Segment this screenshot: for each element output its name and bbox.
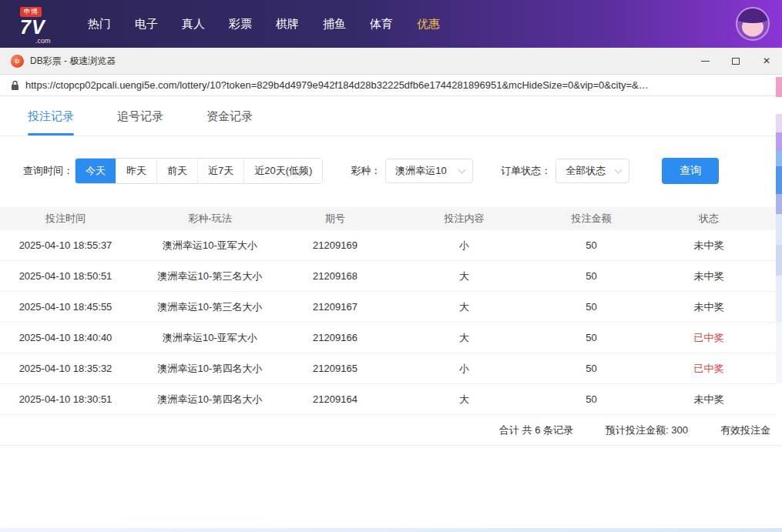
status-filter-label: 订单状态： bbox=[501, 164, 551, 178]
cell-play: 澳洲幸运10-第三名大小 bbox=[131, 269, 289, 283]
user-avatar[interactable] bbox=[736, 7, 770, 41]
cell-status: 未中奖 bbox=[636, 393, 782, 407]
tab-fund-records[interactable]: 资金记录 bbox=[206, 109, 253, 136]
cell-time: 2025-04-10 18:45:55 bbox=[0, 301, 131, 313]
col-header-content: 投注内容 bbox=[381, 212, 547, 226]
browser-titlebar: D DB彩票 - 极速浏览器 ✕ bbox=[0, 48, 782, 75]
order-status-select[interactable]: 全部状态 bbox=[555, 159, 629, 183]
time-option-last20days[interactable]: 近20天(低频) bbox=[244, 159, 322, 183]
cell-amount: 50 bbox=[547, 393, 636, 405]
table-row: 2025-04-10 18:30:51 澳洲幸运10-第四名大小 2120916… bbox=[0, 384, 782, 415]
summary-total: 合计 共 6 条记录 bbox=[499, 423, 573, 437]
bet-records-table: 投注时间 彩种-玩法 期号 投注内容 投注金额 状态 2025-04-10 18… bbox=[0, 207, 782, 415]
cell-time: 2025-04-10 18:55:37 bbox=[0, 239, 131, 251]
cell-issue: 21209164 bbox=[289, 393, 381, 405]
cell-issue: 21209166 bbox=[289, 332, 381, 343]
time-filter-label: 查询时间： bbox=[23, 164, 73, 178]
col-header-status: 状态 bbox=[636, 212, 782, 226]
nav-item-cards[interactable]: 棋牌 bbox=[276, 17, 299, 32]
cell-content: 大 bbox=[381, 393, 547, 407]
table-row: 2025-04-10 18:50:51 澳洲幸运10-第三名大小 2120916… bbox=[0, 261, 782, 292]
avatar-hair-icon bbox=[736, 7, 770, 23]
cell-status: 未中奖 bbox=[636, 269, 782, 283]
cell-play: 澳洲幸运10-亚军大小 bbox=[131, 239, 289, 253]
nav-item-fishing[interactable]: 捕鱼 bbox=[323, 17, 346, 32]
cell-status: 未中奖 bbox=[636, 239, 782, 253]
time-option-yesterday[interactable]: 昨天 bbox=[116, 159, 157, 183]
cell-play: 澳洲幸运10-第四名大小 bbox=[131, 393, 289, 407]
chevron-down-icon bbox=[615, 166, 623, 174]
nav-item-sports[interactable]: 体育 bbox=[370, 17, 393, 32]
cell-play: 澳洲幸运10-亚军大小 bbox=[131, 331, 289, 345]
cell-time: 2025-04-10 18:40:40 bbox=[0, 332, 131, 343]
cell-issue: 21209168 bbox=[289, 270, 381, 282]
lottery-select[interactable]: 澳洲幸运10 bbox=[385, 159, 473, 183]
nav-item-hot[interactable]: 热门 bbox=[88, 17, 111, 32]
time-option-last7days[interactable]: 近7天 bbox=[198, 159, 244, 183]
summary-expected: 预计投注金额: 300 bbox=[606, 423, 688, 437]
nav-item-live[interactable]: 真人 bbox=[182, 17, 205, 32]
summary-bar: 合计 共 6 条记录 预计投注金额: 300 有效投注金 bbox=[0, 415, 782, 446]
site-nav: 热门 电子 真人 彩票 棋牌 捕鱼 体育 优惠 bbox=[88, 17, 440, 32]
nav-item-lottery[interactable]: 彩票 bbox=[229, 17, 252, 32]
maximize-button[interactable] bbox=[720, 48, 751, 74]
cell-play: 澳洲幸运10-第四名大小 bbox=[131, 362, 289, 376]
time-option-today[interactable]: 今天 bbox=[76, 159, 116, 183]
nav-item-promo[interactable]: 优惠 bbox=[417, 17, 440, 32]
minimize-button[interactable] bbox=[690, 48, 720, 74]
cell-amount: 50 bbox=[547, 363, 636, 374]
logo-badge: 申博 bbox=[20, 7, 42, 17]
table-row: 2025-04-10 18:55:37 澳洲幸运10-亚军大小 21209169… bbox=[0, 230, 782, 261]
table-row: 2025-04-10 18:35:32 澳洲幸运10-第四名大小 2120916… bbox=[0, 353, 782, 384]
url-text[interactable]: https://ctopcp02pcali.uengi5e.com/lotter… bbox=[25, 79, 649, 91]
window-title: DB彩票 - 极速浏览器 bbox=[30, 55, 116, 68]
cell-issue: 21209169 bbox=[289, 239, 381, 251]
cell-status: 已中奖 bbox=[636, 362, 782, 376]
cell-content: 大 bbox=[381, 269, 547, 283]
table-row: 2025-04-10 18:40:40 澳洲幸运10-亚军大小 21209166… bbox=[0, 323, 782, 353]
record-tabs: 投注记录 追号记录 资金记录 bbox=[0, 96, 782, 136]
cell-time: 2025-04-10 18:35:32 bbox=[0, 363, 131, 374]
cell-content: 大 bbox=[381, 331, 547, 345]
logo-sub: .com bbox=[35, 38, 69, 45]
site-topbar: 申博 7V .com 热门 电子 真人 彩票 棋牌 捕鱼 体育 优惠 bbox=[0, 0, 782, 48]
page-edge-strip[interactable] bbox=[776, 77, 782, 430]
query-button[interactable]: 查询 bbox=[662, 158, 719, 184]
tab-chase-records[interactable]: 追号记录 bbox=[117, 109, 163, 136]
chevron-down-icon bbox=[458, 166, 466, 174]
cell-status: 已中奖 bbox=[636, 331, 782, 345]
cell-amount: 50 bbox=[547, 270, 636, 282]
maximize-icon bbox=[732, 58, 740, 65]
minimize-icon bbox=[701, 61, 710, 62]
window-controls: ✕ bbox=[690, 48, 782, 74]
col-header-amount: 投注金额 bbox=[547, 212, 636, 226]
cell-time: 2025-04-10 18:30:51 bbox=[0, 393, 131, 405]
cell-amount: 50 bbox=[547, 239, 636, 251]
summary-valid: 有效投注金 bbox=[720, 423, 782, 437]
logo-main: 7V bbox=[20, 18, 69, 37]
col-header-time: 投注时间 bbox=[0, 212, 131, 226]
browser-addressbar: https://ctopcp02pcali.uengi5e.com/lotter… bbox=[0, 75, 782, 96]
cell-amount: 50 bbox=[547, 301, 636, 313]
lock-icon bbox=[11, 80, 19, 91]
cell-play: 澳洲幸运10-第三名大小 bbox=[131, 300, 289, 314]
cell-content: 大 bbox=[381, 300, 547, 314]
lottery-filter-label: 彩种： bbox=[351, 164, 381, 178]
lottery-select-value: 澳洲幸运10 bbox=[395, 164, 446, 178]
filter-bar: 查询时间： 今天 昨天 前天 近7天 近20天(低频) 彩种： 澳洲幸运10 订… bbox=[23, 158, 782, 184]
screen: 申博 7V .com 热门 电子 真人 彩票 棋牌 捕鱼 体育 优惠 D DB彩… bbox=[0, 0, 782, 532]
close-button[interactable]: ✕ bbox=[751, 48, 782, 74]
bottom-edge-strip bbox=[0, 528, 782, 532]
browser-app-icon: D bbox=[11, 55, 24, 68]
col-header-play: 彩种-玩法 bbox=[131, 212, 289, 226]
time-option-day-before[interactable]: 前天 bbox=[157, 159, 198, 183]
nav-item-slots[interactable]: 电子 bbox=[135, 17, 158, 32]
col-header-issue: 期号 bbox=[289, 212, 381, 226]
cell-content: 小 bbox=[381, 362, 547, 376]
site-logo[interactable]: 申博 7V .com bbox=[20, 4, 69, 45]
tab-bet-records[interactable]: 投注记录 bbox=[28, 109, 74, 136]
time-filter-group: 今天 昨天 前天 近7天 近20天(低频) bbox=[75, 158, 323, 184]
table-row: 2025-04-10 18:45:55 澳洲幸运10-第三名大小 2120916… bbox=[0, 292, 782, 323]
order-status-value: 全部状态 bbox=[566, 164, 606, 178]
cell-content: 小 bbox=[381, 239, 547, 253]
